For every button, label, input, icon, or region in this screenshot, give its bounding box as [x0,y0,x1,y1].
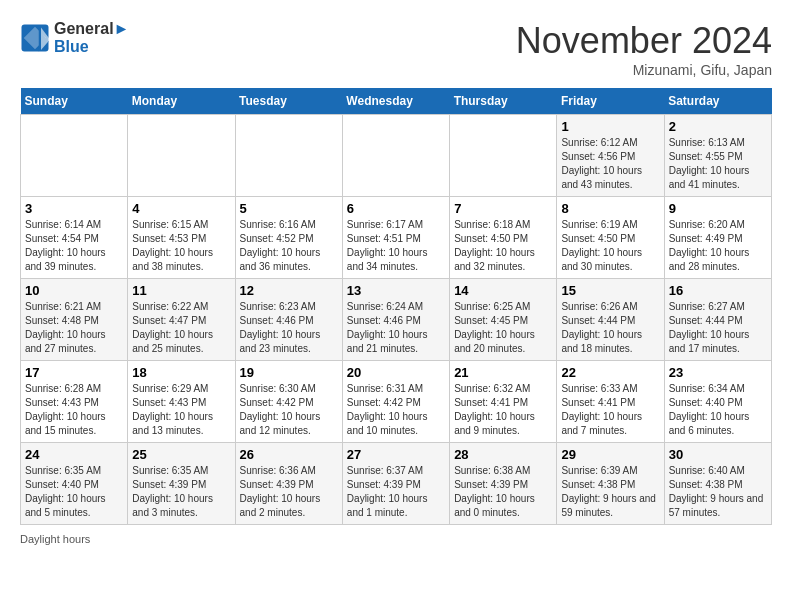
calendar-cell: 15Sunrise: 6:26 AM Sunset: 4:44 PM Dayli… [557,279,664,361]
calendar-cell: 13Sunrise: 6:24 AM Sunset: 4:46 PM Dayli… [342,279,449,361]
calendar-cell: 22Sunrise: 6:33 AM Sunset: 4:41 PM Dayli… [557,361,664,443]
day-number: 21 [454,365,552,380]
calendar-cell: 29Sunrise: 6:39 AM Sunset: 4:38 PM Dayli… [557,443,664,525]
day-info: Sunrise: 6:37 AM Sunset: 4:39 PM Dayligh… [347,464,445,520]
week-row-4: 17Sunrise: 6:28 AM Sunset: 4:43 PM Dayli… [21,361,772,443]
calendar-cell: 4Sunrise: 6:15 AM Sunset: 4:53 PM Daylig… [128,197,235,279]
day-number: 9 [669,201,767,216]
day-number: 22 [561,365,659,380]
day-info: Sunrise: 6:40 AM Sunset: 4:38 PM Dayligh… [669,464,767,520]
calendar-cell: 28Sunrise: 6:38 AM Sunset: 4:39 PM Dayli… [450,443,557,525]
calendar-header-row: SundayMondayTuesdayWednesdayThursdayFrid… [21,88,772,115]
day-number: 18 [132,365,230,380]
calendar-cell: 7Sunrise: 6:18 AM Sunset: 4:50 PM Daylig… [450,197,557,279]
day-number: 4 [132,201,230,216]
day-info: Sunrise: 6:32 AM Sunset: 4:41 PM Dayligh… [454,382,552,438]
day-info: Sunrise: 6:20 AM Sunset: 4:49 PM Dayligh… [669,218,767,274]
day-number: 2 [669,119,767,134]
day-info: Sunrise: 6:19 AM Sunset: 4:50 PM Dayligh… [561,218,659,274]
day-info: Sunrise: 6:34 AM Sunset: 4:40 PM Dayligh… [669,382,767,438]
day-info: Sunrise: 6:29 AM Sunset: 4:43 PM Dayligh… [132,382,230,438]
calendar-cell: 12Sunrise: 6:23 AM Sunset: 4:46 PM Dayli… [235,279,342,361]
calendar-cell: 21Sunrise: 6:32 AM Sunset: 4:41 PM Dayli… [450,361,557,443]
day-number: 27 [347,447,445,462]
calendar-cell: 8Sunrise: 6:19 AM Sunset: 4:50 PM Daylig… [557,197,664,279]
calendar-cell: 16Sunrise: 6:27 AM Sunset: 4:44 PM Dayli… [664,279,771,361]
day-number: 29 [561,447,659,462]
calendar-cell [235,115,342,197]
col-header-wednesday: Wednesday [342,88,449,115]
calendar-cell: 5Sunrise: 6:16 AM Sunset: 4:52 PM Daylig… [235,197,342,279]
day-number: 17 [25,365,123,380]
location: Mizunami, Gifu, Japan [516,62,772,78]
logo: General► Blue [20,20,129,56]
day-number: 16 [669,283,767,298]
calendar-cell [450,115,557,197]
day-number: 5 [240,201,338,216]
calendar-cell: 2Sunrise: 6:13 AM Sunset: 4:55 PM Daylig… [664,115,771,197]
day-number: 28 [454,447,552,462]
day-number: 24 [25,447,123,462]
day-number: 3 [25,201,123,216]
title-block: November 2024 Mizunami, Gifu, Japan [516,20,772,78]
calendar-cell: 17Sunrise: 6:28 AM Sunset: 4:43 PM Dayli… [21,361,128,443]
day-info: Sunrise: 6:39 AM Sunset: 4:38 PM Dayligh… [561,464,659,520]
logo-text: General► Blue [54,20,129,56]
day-info: Sunrise: 6:22 AM Sunset: 4:47 PM Dayligh… [132,300,230,356]
calendar-cell: 23Sunrise: 6:34 AM Sunset: 4:40 PM Dayli… [664,361,771,443]
calendar-cell: 30Sunrise: 6:40 AM Sunset: 4:38 PM Dayli… [664,443,771,525]
calendar-cell: 9Sunrise: 6:20 AM Sunset: 4:49 PM Daylig… [664,197,771,279]
week-row-2: 3Sunrise: 6:14 AM Sunset: 4:54 PM Daylig… [21,197,772,279]
day-number: 8 [561,201,659,216]
day-info: Sunrise: 6:13 AM Sunset: 4:55 PM Dayligh… [669,136,767,192]
day-info: Sunrise: 6:26 AM Sunset: 4:44 PM Dayligh… [561,300,659,356]
daylight-label: Daylight hours [20,533,90,545]
day-info: Sunrise: 6:31 AM Sunset: 4:42 PM Dayligh… [347,382,445,438]
day-number: 10 [25,283,123,298]
day-number: 1 [561,119,659,134]
calendar-cell [342,115,449,197]
calendar-cell: 20Sunrise: 6:31 AM Sunset: 4:42 PM Dayli… [342,361,449,443]
footer: Daylight hours [20,533,772,545]
day-info: Sunrise: 6:38 AM Sunset: 4:39 PM Dayligh… [454,464,552,520]
day-info: Sunrise: 6:36 AM Sunset: 4:39 PM Dayligh… [240,464,338,520]
day-info: Sunrise: 6:21 AM Sunset: 4:48 PM Dayligh… [25,300,123,356]
day-info: Sunrise: 6:14 AM Sunset: 4:54 PM Dayligh… [25,218,123,274]
calendar-cell: 26Sunrise: 6:36 AM Sunset: 4:39 PM Dayli… [235,443,342,525]
calendar-cell: 19Sunrise: 6:30 AM Sunset: 4:42 PM Dayli… [235,361,342,443]
week-row-3: 10Sunrise: 6:21 AM Sunset: 4:48 PM Dayli… [21,279,772,361]
day-number: 19 [240,365,338,380]
col-header-saturday: Saturday [664,88,771,115]
day-info: Sunrise: 6:15 AM Sunset: 4:53 PM Dayligh… [132,218,230,274]
day-info: Sunrise: 6:24 AM Sunset: 4:46 PM Dayligh… [347,300,445,356]
calendar-cell: 24Sunrise: 6:35 AM Sunset: 4:40 PM Dayli… [21,443,128,525]
day-number: 14 [454,283,552,298]
day-number: 23 [669,365,767,380]
day-info: Sunrise: 6:27 AM Sunset: 4:44 PM Dayligh… [669,300,767,356]
day-info: Sunrise: 6:23 AM Sunset: 4:46 PM Dayligh… [240,300,338,356]
day-number: 12 [240,283,338,298]
day-info: Sunrise: 6:25 AM Sunset: 4:45 PM Dayligh… [454,300,552,356]
col-header-tuesday: Tuesday [235,88,342,115]
day-number: 25 [132,447,230,462]
logo-icon [20,23,50,53]
day-number: 26 [240,447,338,462]
page-header: General► Blue November 2024 Mizunami, Gi… [20,20,772,78]
calendar-cell: 10Sunrise: 6:21 AM Sunset: 4:48 PM Dayli… [21,279,128,361]
day-info: Sunrise: 6:12 AM Sunset: 4:56 PM Dayligh… [561,136,659,192]
calendar-cell: 27Sunrise: 6:37 AM Sunset: 4:39 PM Dayli… [342,443,449,525]
calendar-cell: 11Sunrise: 6:22 AM Sunset: 4:47 PM Dayli… [128,279,235,361]
day-number: 20 [347,365,445,380]
calendar-cell: 1Sunrise: 6:12 AM Sunset: 4:56 PM Daylig… [557,115,664,197]
calendar-cell [21,115,128,197]
month-title: November 2024 [516,20,772,62]
calendar-cell: 3Sunrise: 6:14 AM Sunset: 4:54 PM Daylig… [21,197,128,279]
calendar-cell: 25Sunrise: 6:35 AM Sunset: 4:39 PM Dayli… [128,443,235,525]
col-header-thursday: Thursday [450,88,557,115]
col-header-friday: Friday [557,88,664,115]
day-number: 30 [669,447,767,462]
day-number: 7 [454,201,552,216]
day-info: Sunrise: 6:28 AM Sunset: 4:43 PM Dayligh… [25,382,123,438]
day-info: Sunrise: 6:17 AM Sunset: 4:51 PM Dayligh… [347,218,445,274]
calendar-cell: 18Sunrise: 6:29 AM Sunset: 4:43 PM Dayli… [128,361,235,443]
